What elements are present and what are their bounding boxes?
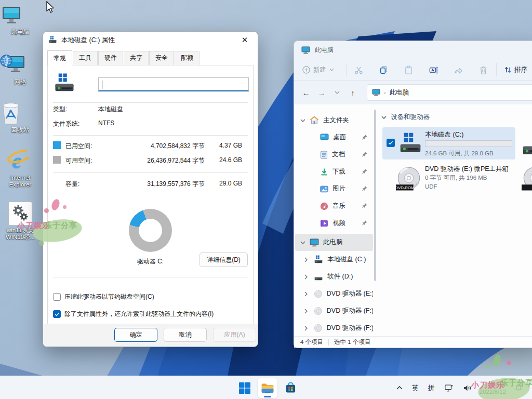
group-header-devices[interactable]: 设备和驱动器 <box>381 113 430 122</box>
ime-language-indicator[interactable]: 英 <box>407 378 423 398</box>
desktop-icon-label: 回收站 <box>0 127 41 134</box>
used-space-label: 已用空间: <box>65 142 92 151</box>
tab-sharing[interactable]: 共享 <box>124 51 149 65</box>
svg-text:z: z <box>520 384 522 387</box>
new-button[interactable]: 新建 <box>302 63 334 76</box>
cut-button[interactable] <box>353 64 364 75</box>
close-icon[interactable]: ✕ <box>237 34 252 46</box>
sort-button[interactable]: 排序 <box>504 63 527 76</box>
sidebar-item-dvd-f[interactable]: DVD 驱动器 (F:) <box>295 302 373 320</box>
network-icon <box>0 54 41 77</box>
dialog-tabs: 常规 工具 硬件 共享 安全 配额 <box>47 51 254 65</box>
up-button[interactable]: ↑ <box>345 88 361 97</box>
sidebar-item-this-pc[interactable]: 此电脑 <box>295 234 373 251</box>
drive-icon-partial[interactable] <box>522 134 532 156</box>
capacity-bytes: 31,139,557,376 字节 <box>101 180 205 189</box>
rename-button[interactable] <box>428 64 439 75</box>
recent-locations-button[interactable] <box>329 91 345 94</box>
filesystem-label: 文件系统: <box>53 119 79 128</box>
tab-hardware[interactable]: 硬件 <box>98 51 123 65</box>
taskbar-clock[interactable]: 14:55 2022/8/12 <box>476 381 509 395</box>
tray-date: 2022/8/12 <box>480 388 506 395</box>
apply-button[interactable]: 应用(A) <box>213 328 256 342</box>
details-button[interactable]: 详细信息(D) <box>200 252 248 267</box>
sidebar-scrollbar[interactable] <box>374 110 376 281</box>
ime-mode-indicator[interactable]: 拼 <box>423 378 440 398</box>
notification-bell-icon[interactable]: z <box>509 378 528 398</box>
dvd-icon-partial[interactable] <box>522 166 532 192</box>
content-pane: 设备和驱动器 本地磁盘 (C:) 24.6 GB 可用, 共 29.0 GB D <box>378 104 532 336</box>
chevron-down-icon <box>329 68 334 71</box>
properties-dialog: 本地磁盘 (C:) 属性 ✕ 常规 工具 硬件 共享 安全 配额 类型: 本地磁… <box>43 31 258 347</box>
desktop-icon-label: 网络 <box>0 79 41 86</box>
network-icon[interactable] <box>440 378 458 398</box>
index-checkbox-row[interactable]: 除了文件属性外，还允许索引此驱动器上文件的内容(I) <box>53 310 214 318</box>
compress-checkbox[interactable] <box>53 293 61 301</box>
explorer-titlebar[interactable]: 此电脑 <box>294 41 532 59</box>
internet-explorer-icon: e <box>7 146 34 173</box>
desktop-icon-win11-restore[interactable]: win11恢复WIN10经... <box>0 202 41 241</box>
desktop-icon-recycle-bin[interactable]: 回收站 <box>0 100 41 134</box>
compress-checkbox-row[interactable]: 压缩此驱动器以节约磁盘空间(C) <box>53 292 154 301</box>
plus-icon <box>302 66 310 74</box>
filesystem-value: NTFS <box>98 119 114 127</box>
start-button[interactable] <box>235 378 255 398</box>
explorer-window-title: 此电脑 <box>315 46 334 55</box>
desktop-icon-this-pc[interactable]: 此电脑 <box>0 5 41 35</box>
videos-icon <box>320 220 328 227</box>
sidebar-item-local-disk-c[interactable]: 本地磁盘 (C:) <box>295 251 373 268</box>
sidebar-item-home[interactable]: 主文件夹 <box>295 112 373 129</box>
store-icon <box>284 381 297 394</box>
sidebar-item-downloads[interactable]: 下载 <box>295 163 373 180</box>
tab-tools[interactable]: 工具 <box>73 51 98 65</box>
hidden-icons-button[interactable] <box>392 378 407 398</box>
dvd-rom-icon: DVD-ROM <box>396 166 422 192</box>
delete-button[interactable] <box>477 64 489 75</box>
paste-button[interactable] <box>403 64 414 75</box>
selected-checkbox[interactable] <box>387 139 395 147</box>
chevron-down-icon[interactable] <box>300 119 307 122</box>
sidebar-item-dvd-e[interactable]: DVD 驱动器 (E:) <box>295 285 373 302</box>
copy-button[interactable] <box>378 64 389 75</box>
cancel-button[interactable]: 取消 <box>164 328 207 342</box>
tab-security[interactable]: 安全 <box>149 51 174 65</box>
drive-item-dvd-e[interactable]: DVD-ROM DVD 驱动器 (E:) 微PE工具箱 0 字节 可用, 共 1… <box>382 163 515 195</box>
forward-button[interactable]: → <box>314 88 329 97</box>
chevron-right-icon[interactable] <box>304 257 311 262</box>
sidebar-item-videos[interactable]: 视频 <box>295 215 373 232</box>
index-checkbox[interactable] <box>53 310 61 318</box>
desktop-icon-network[interactable]: 网络 <box>0 54 41 86</box>
sidebar-item-dvd-f2[interactable]: DVD 驱动器 (F:) <box>295 320 373 336</box>
chevron-right-icon[interactable] <box>304 309 311 314</box>
drive-item-c[interactable]: 本地磁盘 (C:) 24.6 GB 可用, 共 29.0 GB <box>382 127 515 159</box>
sidebar-item-desktop[interactable]: 桌面 <box>295 129 373 146</box>
volume-label-input[interactable] <box>98 77 249 91</box>
sidebar-item-documents[interactable]: 文档 <box>295 146 373 163</box>
ok-button[interactable]: 确定 <box>114 328 157 342</box>
tab-general[interactable]: 常规 <box>47 50 72 65</box>
breadcrumb[interactable]: 此电脑 <box>390 88 409 97</box>
windows-logo-icon <box>238 382 251 394</box>
tab-quota[interactable]: 配额 <box>175 51 200 65</box>
chevron-down-icon <box>335 91 340 94</box>
check-icon <box>388 141 393 145</box>
address-bar[interactable]: › 此电脑 <box>367 84 532 101</box>
divider <box>53 135 248 136</box>
volume-icon[interactable] <box>458 378 476 398</box>
chevron-right-icon[interactable] <box>304 291 311 297</box>
taskbar-microsoft-store[interactable] <box>281 378 300 398</box>
used-space-bytes: 4,702,584,832 字节 <box>101 142 205 151</box>
sidebar-item-music[interactable]: 音乐 <box>295 197 373 215</box>
chevron-right-icon[interactable] <box>304 326 311 331</box>
taskbar-file-explorer[interactable] <box>258 378 277 398</box>
toolbar-divider <box>496 63 497 76</box>
dialog-titlebar[interactable]: 本地磁盘 (C:) 属性 ✕ <box>43 32 258 48</box>
share-button[interactable] <box>453 64 464 75</box>
back-button[interactable]: ← <box>298 88 314 97</box>
desktop-icon-internet-explorer[interactable]: e Internet Explorer <box>0 146 41 188</box>
compress-checkbox-label: 压缩此驱动器以节约磁盘空间(C) <box>64 292 154 301</box>
chevron-down-icon[interactable] <box>300 241 307 244</box>
sidebar-item-drive-d[interactable]: 软件 (D:) <box>295 268 373 285</box>
chevron-right-icon[interactable] <box>304 274 311 280</box>
sidebar-item-pictures[interactable]: 图片 <box>295 180 373 197</box>
